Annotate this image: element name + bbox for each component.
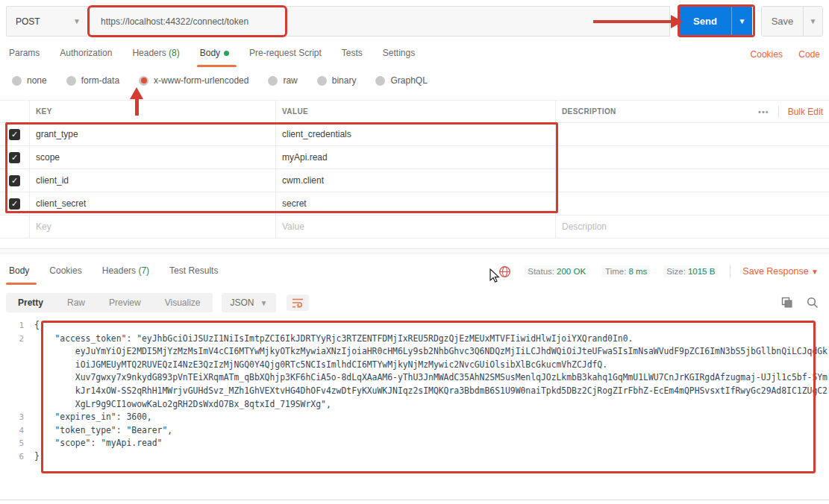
- format-dropdown[interactable]: JSON ▼: [222, 293, 277, 312]
- description-cell[interactable]: [556, 192, 829, 215]
- more-options-icon[interactable]: •••: [758, 107, 769, 116]
- view-tab-pretty[interactable]: Pretty: [6, 293, 55, 312]
- save-options-button[interactable]: ▼: [803, 7, 822, 36]
- status-badge: Status:200 OK: [525, 265, 589, 277]
- method-label: POST: [16, 16, 40, 27]
- code-text: Xuv7gwxy7x9nkydG893pVnTEiXRqmATm_qBbXQhj…: [34, 371, 828, 385]
- cookies-link[interactable]: Cookies: [751, 49, 783, 60]
- tab-body[interactable]: Body: [200, 48, 229, 66]
- url-input[interactable]: [90, 6, 670, 37]
- key-cell[interactable]: scope: [30, 146, 276, 168]
- value-cell[interactable]: secret: [276, 192, 556, 215]
- checkbox-checked-icon[interactable]: ✓: [9, 129, 20, 140]
- body-mode-x-www-form-urlencoded[interactable]: x-www-form-urlencoded: [139, 75, 248, 86]
- send-options-button[interactable]: ▼: [731, 6, 752, 37]
- description-cell[interactable]: [556, 146, 829, 168]
- tab-label: Cookies: [49, 265, 81, 276]
- body-mode-binary[interactable]: binary: [317, 75, 357, 86]
- radio-icon[interactable]: [317, 76, 327, 86]
- send-button[interactable]: Send: [679, 6, 731, 37]
- radio-icon[interactable]: [12, 76, 22, 86]
- params-empty-row[interactable]: Key Value Description: [0, 215, 829, 239]
- checkbox-checked-icon[interactable]: ✓: [9, 152, 20, 163]
- response-tab-headers[interactable]: Headers (7): [102, 265, 149, 283]
- row-checkbox-cell: ✓: [0, 146, 30, 168]
- key-column-header: KEY: [30, 101, 276, 122]
- body-mode-graphql[interactable]: GraphQL: [375, 75, 427, 86]
- body-mode-none[interactable]: none: [12, 75, 47, 86]
- copy-icon[interactable]: [781, 297, 793, 309]
- tab-label: Authorization: [60, 48, 112, 58]
- chevron-down-icon: ▼: [260, 299, 268, 307]
- description-cell[interactable]: [556, 169, 829, 192]
- code-link[interactable]: Code: [798, 49, 820, 60]
- tab-authorization[interactable]: Authorization: [60, 48, 112, 66]
- radio-icon[interactable]: [375, 76, 385, 86]
- save-button[interactable]: Save: [762, 7, 803, 36]
- value-placeholder: Value: [282, 221, 304, 232]
- save-response-button[interactable]: Save Response ▼: [742, 266, 819, 277]
- modified-dot-icon: [224, 51, 229, 56]
- view-tab-raw[interactable]: Raw: [55, 293, 97, 312]
- view-tab-preview[interactable]: Preview: [97, 293, 153, 312]
- view-tab-visualize[interactable]: Visualize: [153, 293, 213, 312]
- body-mode-label: form-data: [81, 75, 119, 86]
- request-bar: POST ▼ Send ▼ Save ▼: [6, 6, 823, 37]
- time-badge: Time:8 ms: [602, 265, 650, 277]
- method-dropdown[interactable]: POST ▼: [6, 6, 90, 37]
- radio-icon[interactable]: [66, 76, 76, 86]
- header-checkbox-cell: [0, 101, 30, 122]
- code-line: XgLr9g9CI1owowKaLo2gRH2DsWxdO7Bx_8qtxId_…: [0, 398, 829, 412]
- line-number: [0, 371, 34, 385]
- tab-params[interactable]: Params: [9, 48, 40, 66]
- postman-window: POST ▼ Send ▼ Save ▼ ParamsAuthorization…: [0, 0, 829, 504]
- key-cell[interactable]: grant_type: [30, 123, 276, 145]
- table-row[interactable]: ✓grant_typeclient_credentials: [0, 123, 829, 146]
- divider: [730, 265, 731, 278]
- code-line: 2 "access_token": "eyJhbGciOiJSUzI1NiIsI…: [0, 333, 829, 346]
- table-row[interactable]: ✓scopemyApi.read: [0, 146, 829, 169]
- value-value: cwm.client: [282, 175, 324, 186]
- tab-label: Pre-request Script: [249, 48, 322, 58]
- panel-divider[interactable]: [0, 248, 829, 253]
- radio-selected-icon[interactable]: [139, 76, 148, 86]
- network-icon: [498, 265, 511, 278]
- table-row[interactable]: ✓client_idcwm.client: [0, 169, 829, 192]
- response-tab-cookies[interactable]: Cookies: [49, 265, 81, 283]
- response-tab-test-results[interactable]: Test Results: [169, 265, 218, 283]
- body-mode-form-data[interactable]: form-data: [66, 75, 119, 86]
- bulk-edit-link[interactable]: Bulk Edit: [788, 107, 823, 117]
- chevron-down-icon: ▼: [739, 17, 746, 25]
- params-table-rows: ✓grant_typeclient_credentials✓scopemyApi…: [0, 123, 829, 215]
- code-text: "access_token": "eyJhbGciOiJSUzI1NiIsImt…: [34, 333, 633, 346]
- request-links: Cookies Code: [737, 49, 820, 60]
- wrap-text-icon[interactable]: [287, 294, 309, 311]
- tab-settings[interactable]: Settings: [383, 48, 415, 66]
- tab-headers[interactable]: Headers (8): [132, 48, 179, 66]
- table-row[interactable]: ✓client_secretsecret: [0, 192, 829, 215]
- checkbox-checked-icon[interactable]: ✓: [9, 198, 20, 210]
- code-text: {: [34, 319, 40, 333]
- response-tab-body[interactable]: Body: [9, 265, 29, 283]
- description-cell[interactable]: [556, 123, 829, 145]
- tab-label: Headers: [102, 265, 136, 276]
- tab-pre-request-script[interactable]: Pre-request Script: [249, 48, 322, 66]
- value-cell[interactable]: myApi.read: [276, 146, 556, 168]
- annotation-radio-arrowhead: [130, 87, 143, 99]
- value-cell[interactable]: client_credentials: [276, 123, 556, 145]
- body-mode-raw[interactable]: raw: [268, 75, 297, 86]
- tab-label: Tests: [342, 48, 363, 58]
- value-cell[interactable]: cwm.client: [276, 169, 556, 192]
- row-checkbox-cell: ✓: [0, 169, 30, 192]
- tab-tests[interactable]: Tests: [342, 48, 363, 66]
- value-value: client_credentials: [282, 129, 351, 139]
- key-cell[interactable]: client_id: [30, 169, 276, 192]
- radio-icon[interactable]: [268, 76, 278, 86]
- checkbox-checked-icon[interactable]: ✓: [9, 175, 20, 186]
- view-bar-right-icons: [781, 297, 823, 309]
- key-cell[interactable]: client_secret: [30, 192, 276, 215]
- body-mode-label: raw: [283, 75, 297, 86]
- value-value: myApi.read: [282, 152, 328, 163]
- search-icon[interactable]: [807, 297, 819, 309]
- response-body-code[interactable]: 1{2 "access_token": "eyJhbGciOiJSUzI1NiI…: [0, 319, 829, 488]
